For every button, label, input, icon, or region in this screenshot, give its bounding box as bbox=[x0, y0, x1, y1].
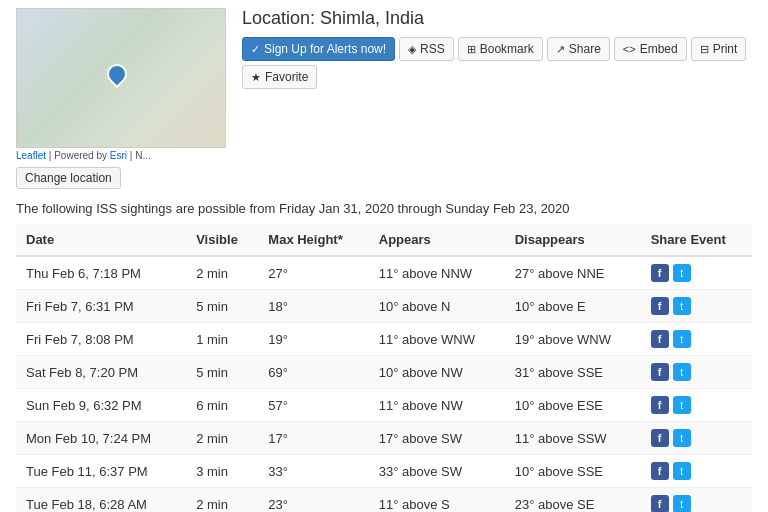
print-icon: ⊟ bbox=[700, 43, 709, 56]
twitter-icon[interactable]: t bbox=[673, 495, 691, 512]
cell-3: 33° above SW bbox=[369, 455, 505, 488]
cell-2: 33° bbox=[258, 455, 368, 488]
cell-0: Tue Feb 11, 6:37 PM bbox=[16, 455, 186, 488]
twitter-icon[interactable]: t bbox=[673, 396, 691, 414]
facebook-icon[interactable]: f bbox=[651, 495, 669, 512]
cell-4: 31° above SSE bbox=[505, 356, 641, 389]
col-date: Date bbox=[16, 224, 186, 256]
map-attribution: Leaflet | Powered by Esri | N... bbox=[16, 148, 226, 163]
map-box bbox=[16, 8, 226, 148]
cell-0: Sat Feb 8, 7:20 PM bbox=[16, 356, 186, 389]
embed-label: Embed bbox=[640, 42, 678, 56]
favorite-icon: ★ bbox=[251, 71, 261, 84]
facebook-icon[interactable]: f bbox=[651, 462, 669, 480]
cell-2: 18° bbox=[258, 290, 368, 323]
cell-4: 10° above ESE bbox=[505, 389, 641, 422]
cell-0: Fri Feb 7, 6:31 PM bbox=[16, 290, 186, 323]
change-location-button[interactable]: Change location bbox=[16, 167, 121, 189]
bookmark-label: Bookmark bbox=[480, 42, 534, 56]
rss-label: RSS bbox=[420, 42, 445, 56]
cell-1: 2 min bbox=[186, 488, 258, 513]
cell-2: 17° bbox=[258, 422, 368, 455]
cell-1: 5 min bbox=[186, 290, 258, 323]
cell-4: 23° above SE bbox=[505, 488, 641, 513]
cell-0: Sun Feb 9, 6:32 PM bbox=[16, 389, 186, 422]
cell-3: 11° above NW bbox=[369, 389, 505, 422]
leaflet-link[interactable]: Leaflet bbox=[16, 150, 46, 161]
table-row: Tue Feb 18, 6:28 AM2 min23°11° above S23… bbox=[16, 488, 752, 513]
sightings-table-wrapper: Date Visible Max Height* Appears Disappe… bbox=[0, 224, 768, 512]
rss-icon: ◈ bbox=[408, 43, 416, 56]
map-container: Leaflet | Powered by Esri | N... Change … bbox=[16, 8, 226, 189]
cell-2: 19° bbox=[258, 323, 368, 356]
share-icons-cell: f t bbox=[641, 356, 752, 389]
table-row: Sat Feb 8, 7:20 PM5 min69°10° above NW31… bbox=[16, 356, 752, 389]
cell-4: 10° above SSE bbox=[505, 455, 641, 488]
cell-3: 11° above WNW bbox=[369, 323, 505, 356]
embed-button[interactable]: <> Embed bbox=[614, 37, 687, 61]
location-title: Location: Shimla, India bbox=[242, 8, 752, 29]
table-row: Fri Feb 7, 8:08 PM1 min19°11° above WNW1… bbox=[16, 323, 752, 356]
cell-1: 2 min bbox=[186, 256, 258, 290]
cell-4: 10° above E bbox=[505, 290, 641, 323]
cell-3: 10° above N bbox=[369, 290, 505, 323]
facebook-icon[interactable]: f bbox=[651, 297, 669, 315]
share-icons: f t bbox=[651, 363, 742, 381]
share-icons: f t bbox=[651, 396, 742, 414]
col-share-event: Share Event bbox=[641, 224, 752, 256]
cell-1: 1 min bbox=[186, 323, 258, 356]
twitter-icon[interactable]: t bbox=[673, 297, 691, 315]
cell-2: 57° bbox=[258, 389, 368, 422]
share-icons-cell: f t bbox=[641, 389, 752, 422]
sightings-description: The following ISS sightings are possible… bbox=[16, 201, 752, 216]
signup-button[interactable]: ✓ Sign Up for Alerts now! bbox=[242, 37, 395, 61]
share-icons: f t bbox=[651, 264, 742, 282]
cell-1: 6 min bbox=[186, 389, 258, 422]
action-buttons: ✓ Sign Up for Alerts now! ◈ RSS ⊞ Bookma… bbox=[242, 37, 752, 89]
print-button[interactable]: ⊟ Print bbox=[691, 37, 747, 61]
bookmark-button[interactable]: ⊞ Bookmark bbox=[458, 37, 543, 61]
cell-4: 27° above NNE bbox=[505, 256, 641, 290]
twitter-icon[interactable]: t bbox=[673, 429, 691, 447]
table-row: Fri Feb 7, 6:31 PM5 min18°10° above N10°… bbox=[16, 290, 752, 323]
share-icon: ↗ bbox=[556, 43, 565, 56]
embed-icon: <> bbox=[623, 43, 636, 55]
cell-1: 3 min bbox=[186, 455, 258, 488]
twitter-icon[interactable]: t bbox=[673, 264, 691, 282]
table-row: Thu Feb 6, 7:18 PM2 min27°11° above NNW2… bbox=[16, 256, 752, 290]
table-header: Date Visible Max Height* Appears Disappe… bbox=[16, 224, 752, 256]
facebook-icon[interactable]: f bbox=[651, 330, 669, 348]
col-disappears: Disappears bbox=[505, 224, 641, 256]
rss-button[interactable]: ◈ RSS bbox=[399, 37, 454, 61]
table-row: Sun Feb 9, 6:32 PM6 min57°11° above NW10… bbox=[16, 389, 752, 422]
facebook-icon[interactable]: f bbox=[651, 264, 669, 282]
table-body: Thu Feb 6, 7:18 PM2 min27°11° above NNW2… bbox=[16, 256, 752, 512]
share-icons: f t bbox=[651, 297, 742, 315]
cell-1: 2 min bbox=[186, 422, 258, 455]
share-icons: f t bbox=[651, 330, 742, 348]
top-section: Leaflet | Powered by Esri | N... Change … bbox=[0, 0, 768, 193]
map-pin-circle bbox=[103, 60, 131, 88]
map-pin bbox=[107, 64, 127, 92]
share-icons-cell: f t bbox=[641, 422, 752, 455]
twitter-icon[interactable]: t bbox=[673, 330, 691, 348]
cell-0: Mon Feb 10, 7:24 PM bbox=[16, 422, 186, 455]
share-icons: f t bbox=[651, 462, 742, 480]
cell-3: 10° above NW bbox=[369, 356, 505, 389]
share-button[interactable]: ↗ Share bbox=[547, 37, 610, 61]
share-icons-cell: f t bbox=[641, 290, 752, 323]
cell-0: Thu Feb 6, 7:18 PM bbox=[16, 256, 186, 290]
favorite-button[interactable]: ★ Favorite bbox=[242, 65, 317, 89]
bookmark-icon: ⊞ bbox=[467, 43, 476, 56]
share-icons-cell: f t bbox=[641, 455, 752, 488]
facebook-icon[interactable]: f bbox=[651, 363, 669, 381]
esri-link[interactable]: Esri bbox=[110, 150, 127, 161]
signup-icon: ✓ bbox=[251, 43, 260, 56]
share-label: Share bbox=[569, 42, 601, 56]
twitter-icon[interactable]: t bbox=[673, 462, 691, 480]
cell-3: 17° above SW bbox=[369, 422, 505, 455]
twitter-icon[interactable]: t bbox=[673, 363, 691, 381]
facebook-icon[interactable]: f bbox=[651, 396, 669, 414]
facebook-icon[interactable]: f bbox=[651, 429, 669, 447]
table-row: Mon Feb 10, 7:24 PM2 min17°17° above SW1… bbox=[16, 422, 752, 455]
